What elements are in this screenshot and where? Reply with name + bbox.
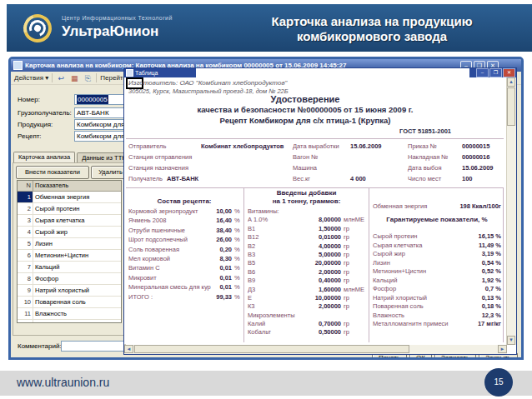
col-header-name: Показатель [33, 181, 121, 191]
comment-input[interactable] [61, 341, 128, 352]
inner-window-titlebar[interactable]: Таблица [124, 68, 196, 77]
toolbar-separator [96, 73, 97, 82]
comment-label: Комментарий: [18, 342, 62, 350]
info-value: 15.06.2009 [350, 142, 382, 150]
table-row[interactable]: 12Металломагнитн.примеси [18, 320, 121, 323]
inner-minimize-button[interactable]: – [476, 68, 489, 77]
row-label: Сырой протеин [33, 203, 121, 214]
info-label: Приказ № [408, 142, 458, 150]
info-label: Вес.кг [293, 175, 346, 182]
table-row[interactable]: 10Поваренная соль [18, 297, 121, 308]
logo-brand-name: УльтраЮнион [62, 23, 158, 40]
report-icon[interactable]: ▦ [69, 73, 79, 83]
table-icon [126, 69, 133, 77]
scroll-left-icon[interactable]: ◄ [124, 345, 133, 353]
number-input[interactable]: 00000005 [74, 94, 128, 105]
table-row[interactable]: 9Натрий хлористый [18, 285, 121, 297]
row-number: 8 [18, 273, 33, 284]
slide-header: Центр Информационных Технологий УльтраЮн… [7, 4, 532, 52]
row-number: 6 [18, 250, 33, 261]
consignee-input[interactable]: АВТ-БАНК [74, 107, 128, 118]
column-divider [243, 187, 244, 342]
table-row[interactable]: 5Лизин [18, 238, 121, 250]
slide-title-line1: Карточка анализа на продукцию [217, 14, 527, 29]
info-value: 4 000 [350, 175, 366, 182]
col-header-n: N [18, 181, 33, 191]
info-label: Накладная № [408, 153, 458, 161]
info-group-shipping: ОтправительКомбинат хлебопродуктов Станц… [128, 141, 289, 184]
logo-org-line: Центр Информационных Технологий [62, 15, 173, 21]
inner-window-title: Таблица [135, 68, 158, 77]
indicators-table: N Показатель 1Обменная энергия 2Сырой пр… [17, 180, 122, 323]
info-label: Дата выбоя [408, 164, 458, 172]
row-number: 9 [18, 285, 33, 296]
scroll-right-icon[interactable]: ► [498, 345, 507, 353]
actions-menu-button[interactable]: Действия ▾ [14, 74, 48, 82]
doc-title2: качества и безопасности №00000005 от 15 … [126, 105, 484, 114]
field-label-product: Продукция: [18, 121, 53, 128]
row-number: 5 [18, 238, 33, 249]
guaranteed-title: Гарантируемые показатели, % [373, 216, 501, 223]
info-group-transport: Дата выработки15.06.2009 Вагон № Машина … [293, 141, 403, 184]
table-row[interactable]: 8Фосфор [18, 273, 121, 285]
horizontal-scroll-thumb[interactable] [134, 345, 409, 353]
column-divider [503, 187, 504, 342]
column-divider [369, 187, 369, 342]
table-header: N Показатель [18, 181, 121, 192]
recipe-title: Состав рецепта: [128, 197, 241, 205]
row-label: Поваренная соль [33, 297, 121, 307]
info-label: Отправитель [128, 142, 197, 150]
info-group-order: Приказ №00000015 Накладная №00000016 Дат… [408, 141, 504, 184]
enter-indicators-button[interactable]: Внести показатели [16, 166, 89, 179]
maker-line1: Изготовитель: ОАО "Комбинат хлебопродукт… [128, 79, 287, 87]
analysis-panel: Внести показатели Удалить N Показатель 1… [13, 162, 126, 336]
row-number: 4 [18, 227, 33, 237]
table-document-window: Таблица – ❐ ✕ ▲ ▼ ◄ ► Изготовитель: ОАО … [123, 67, 517, 355]
info-label: Станция отправления [128, 153, 197, 161]
gost-label: ГОСТ 51851-2001 [126, 127, 451, 135]
copy-icon[interactable]: ⎘ [83, 73, 93, 83]
slide-title: Карточка анализа на продукцию комбикормо… [217, 14, 527, 44]
inner-maximize-button[interactable]: ❐ [489, 68, 502, 77]
tab-analysis-card[interactable]: Карточка анализа [13, 152, 75, 162]
row-number: 2 [18, 203, 33, 214]
field-label-recipe: Рецепт: [18, 132, 42, 140]
divider [126, 187, 504, 188]
row-number: 11 [18, 308, 33, 319]
app-window: Карточка анализа на комбикорм: Карточка … [8, 57, 524, 360]
table-row[interactable]: 1Обменная энергия [18, 192, 121, 203]
recipe-list: Кормовой зернопродукт10,00% Ячмень 20081… [128, 207, 241, 302]
doc-title3: Рецепт Комбикорм для с/х птица-1 (Крупка… [126, 116, 484, 125]
info-value: 100 [462, 175, 473, 182]
info-label: Число мест [408, 175, 458, 182]
row-label: Металломагнитн.примеси [33, 320, 121, 323]
footer-url[interactable]: www.ultraunion.ru [17, 376, 109, 389]
vertical-scroll-thumb[interactable] [507, 87, 515, 126]
info-label: Вагон № [293, 153, 346, 161]
toolbar-separator [52, 73, 53, 82]
inner-close-button[interactable]: ✕ [503, 68, 515, 77]
horizontal-scrollbar[interactable]: ◄ ► [124, 344, 507, 354]
table-row[interactable]: 11Влажность [18, 308, 121, 320]
table-row[interactable]: 4Сырой жир [18, 227, 121, 238]
row-label: Влажность [33, 308, 121, 319]
vertical-scrollbar[interactable]: ▲ ▼ [506, 77, 516, 345]
certificate-document: Изготовитель: ОАО "Комбинат хлебопродукт… [126, 77, 506, 345]
recipe-input[interactable]: Комбикорм для [74, 131, 128, 142]
row-label: Метионин+Цистин [33, 250, 121, 261]
slide-title-line2: комбикормового завода [217, 29, 527, 44]
back-arrow-icon[interactable]: ↩ [56, 73, 66, 83]
additives-title-line1: Введены добавки [247, 189, 366, 197]
product-input[interactable]: Комбикорм для [74, 119, 128, 130]
scroll-down-icon[interactable]: ▼ [507, 336, 515, 345]
additives-list: Витамины: А 1.0%8,00000млнМЕ В11,50000гр… [248, 207, 366, 337]
table-row[interactable]: 7Кальций [18, 262, 121, 273]
guaranteed-list: Сырой протеин16,15 % Сырая клетчатка11,4… [373, 232, 501, 329]
table-row[interactable]: 6Метионин+Цистин [18, 250, 121, 262]
scroll-up-icon[interactable]: ▲ [507, 77, 515, 87]
table-row[interactable]: 2Сырой протеин [18, 203, 121, 215]
field-label-number: Номер: [18, 96, 40, 103]
ultraunion-logo-icon [18, 9, 56, 47]
table-row[interactable]: 3Сырая клетчатка [18, 215, 121, 227]
row-label: Лизин [33, 238, 121, 249]
